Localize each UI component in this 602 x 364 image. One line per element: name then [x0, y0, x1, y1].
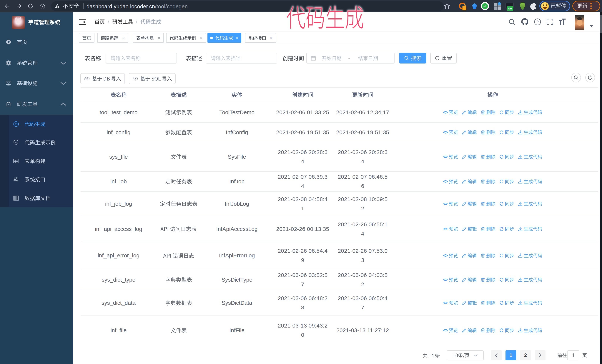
svg-text:?: ? [537, 20, 539, 24]
